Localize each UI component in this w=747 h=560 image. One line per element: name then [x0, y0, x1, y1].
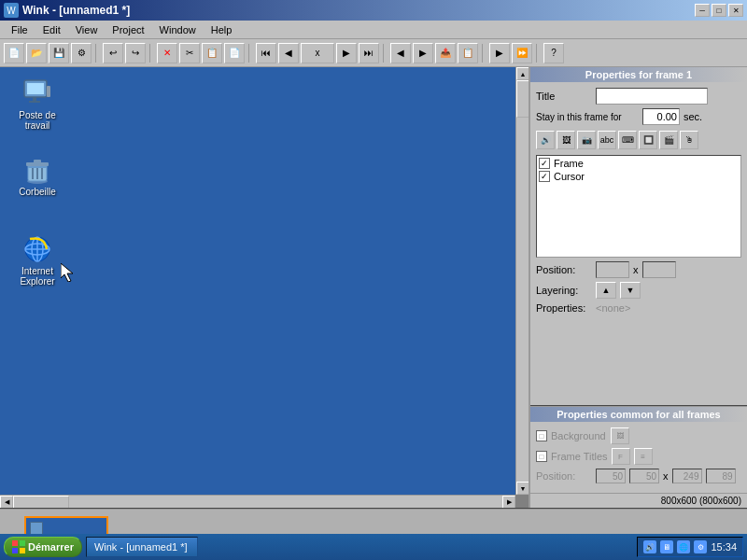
separator-4: [383, 44, 387, 63]
toolbar-input[interactable]: ◀: [390, 43, 411, 63]
resolution-text: 747x560 (747x560): [661, 496, 741, 506]
properties-panel: Properties for frame 1 Title Stay in thi…: [530, 67, 747, 508]
desktop-icon-ie[interactable]: Internet Explorer: [9, 231, 65, 290]
resolution-bar: 747x560 (747x560): [530, 493, 747, 508]
layer-down-btn[interactable]: ▼: [620, 282, 641, 299]
toolbar-arrow[interactable]: ⏩: [512, 43, 532, 63]
scroll-thumb-h[interactable]: [13, 496, 69, 508]
toolbar-open[interactable]: 📂: [26, 43, 47, 63]
frame-button-btn[interactable]: 🔲: [639, 131, 657, 149]
scroll-right-arrow[interactable]: ▶: [502, 496, 515, 508]
layer-cursor-checkbox[interactable]: ✓: [539, 171, 550, 182]
toolbar-first[interactable]: ⏮: [256, 43, 276, 63]
tray-sound-icon[interactable]: 🔊: [643, 540, 656, 553]
frame-toolbar: 🔊 🖼 📷 abc ⌨ 🔲 🎬 🖱: [536, 129, 741, 151]
svg-rect-1: [27, 83, 44, 94]
title-bar: W Wink - [unnamed1 *] ─ □ ✕: [0, 0, 747, 21]
toolbar-settings[interactable]: ⚙: [71, 43, 92, 63]
menu-project[interactable]: Project: [105, 22, 151, 37]
outer-maximize-btn[interactable]: □: [712, 4, 726, 17]
toolbar-last[interactable]: ⏭: [359, 43, 379, 63]
toolbar-copy[interactable]: 📋: [202, 43, 222, 63]
scroll-left-arrow[interactable]: ◀: [0, 496, 13, 508]
common-pos-x2: [672, 469, 702, 483]
font-btn[interactable]: F: [612, 448, 630, 465]
taskbar-app-item[interactable]: Wink - [unnamed1 *]: [86, 537, 198, 557]
scroll-down-arrow[interactable]: ▼: [516, 482, 529, 495]
menu-edit[interactable]: Edit: [35, 22, 68, 37]
align-btn[interactable]: ≡: [634, 448, 653, 465]
frame-properties-title: Properties for frame 1: [530, 67, 747, 82]
frame-video-btn[interactable]: 🎬: [659, 131, 678, 149]
outer-minimize-btn[interactable]: ─: [695, 4, 710, 17]
frame-titles-checkbox[interactable]: □: [536, 451, 547, 462]
tray-time: 15:34: [711, 541, 737, 553]
menu-bar: File Edit View Project Window Help: [0, 21, 747, 39]
position-x-input[interactable]: [596, 261, 629, 278]
scroll-thumb-v[interactable]: [516, 80, 529, 118]
svg-rect-21: [12, 548, 18, 553]
common-pos-y2: [706, 469, 736, 483]
toolbar-save[interactable]: 💾: [49, 43, 69, 63]
canvas-scrollbar-h[interactable]: ◀ ▶: [0, 495, 515, 508]
common-position-label: Position:: [536, 470, 592, 482]
frame-capture-btn[interactable]: 📷: [577, 131, 596, 149]
sec-label: sec.: [684, 111, 702, 122]
toolbar-prev[interactable]: ◀: [278, 43, 299, 63]
stay-input[interactable]: [642, 108, 680, 125]
toolbar-new[interactable]: 📄: [4, 43, 24, 63]
toolbar-delete[interactable]: ✕: [157, 43, 177, 63]
svg-rect-22: [20, 548, 25, 553]
toolbar-play[interactable]: ▶: [413, 43, 433, 63]
canvas-scrollbar-v[interactable]: ▲ ▼: [515, 67, 529, 495]
background-image-btn[interactable]: 🖼: [611, 427, 629, 444]
title-row: Title: [536, 88, 741, 105]
toolbar-paste[interactable]: 📄: [224, 43, 245, 63]
common-x-sep: x: [663, 470, 669, 482]
menu-file[interactable]: File: [4, 22, 35, 37]
stay-row: Stay in this frame for sec.: [536, 108, 741, 125]
desktop-icon-trash[interactable]: Corbeille: [9, 151, 65, 201]
start-button[interactable]: Démarrer: [4, 537, 82, 557]
layer-up-btn[interactable]: ▲: [596, 282, 616, 299]
position-x-sep: x: [633, 264, 639, 275]
toolbar-export[interactable]: 📤: [435, 43, 456, 63]
frame-cursor-btn[interactable]: 🖱: [680, 131, 698, 149]
tray-settings-icon[interactable]: ⚙: [694, 540, 707, 553]
toolbar-play-swf[interactable]: ▶: [489, 43, 510, 63]
toolbar-cut[interactable]: ✂: [179, 43, 200, 63]
toolbar-help[interactable]: ?: [543, 43, 564, 63]
desktop-canvas[interactable]: Poste de travail Corbeille: [0, 67, 515, 495]
frame-input-btn[interactable]: ⌨: [618, 131, 637, 149]
toolbar-frame-count: x: [301, 43, 334, 63]
frame-image-btn[interactable]: 🖼: [557, 131, 575, 149]
menu-view[interactable]: View: [68, 22, 106, 37]
frame-sound-btn[interactable]: 🔊: [536, 131, 555, 149]
toolbar: 📄 📂 💾 ⚙ ↩ ↪ ✕ ✂ 📋 📄 ⏮ ◀ x ▶ ⏭ ◀ ▶ 📤 📋 ▶ …: [0, 39, 747, 67]
desktop-icon-computer[interactable]: Poste de travail: [9, 75, 65, 134]
menu-help[interactable]: Help: [204, 22, 240, 37]
app-icon: W: [4, 3, 19, 18]
title-input[interactable]: [596, 88, 708, 105]
scroll-up-arrow[interactable]: ▲: [516, 67, 529, 80]
taskbar: Démarrer Wink - [unnamed1 *] 🔊 🖥 🌐 ⚙ 15:…: [0, 534, 747, 560]
canvas-area: Poste de travail Corbeille: [0, 67, 530, 508]
position-y-input[interactable]: [642, 261, 676, 278]
frame-text-btn[interactable]: abc: [598, 131, 616, 149]
background-checkbox[interactable]: □: [536, 430, 547, 441]
tray-network-icon[interactable]: 🌐: [677, 540, 690, 553]
common-pos-x1: [596, 469, 626, 483]
menu-window[interactable]: Window: [152, 22, 204, 37]
toolbar-output[interactable]: 📋: [458, 43, 478, 63]
toolbar-next[interactable]: ▶: [336, 43, 357, 63]
toolbar-redo[interactable]: ↪: [125, 43, 146, 63]
frame-titles-row: □ Frame Titles F ≡: [536, 448, 741, 465]
outer-close-btn[interactable]: ✕: [728, 4, 743, 17]
tray-display-icon[interactable]: 🖥: [660, 540, 673, 553]
layer-frame-checkbox[interactable]: ✓: [539, 158, 550, 169]
separator-2: [149, 44, 153, 63]
layer-frame: ✓ Frame: [539, 158, 739, 169]
layer-cursor-label: Cursor: [554, 171, 585, 182]
toolbar-undo[interactable]: ↩: [103, 43, 123, 63]
computer-icon-label: Poste de travail: [13, 110, 62, 131]
